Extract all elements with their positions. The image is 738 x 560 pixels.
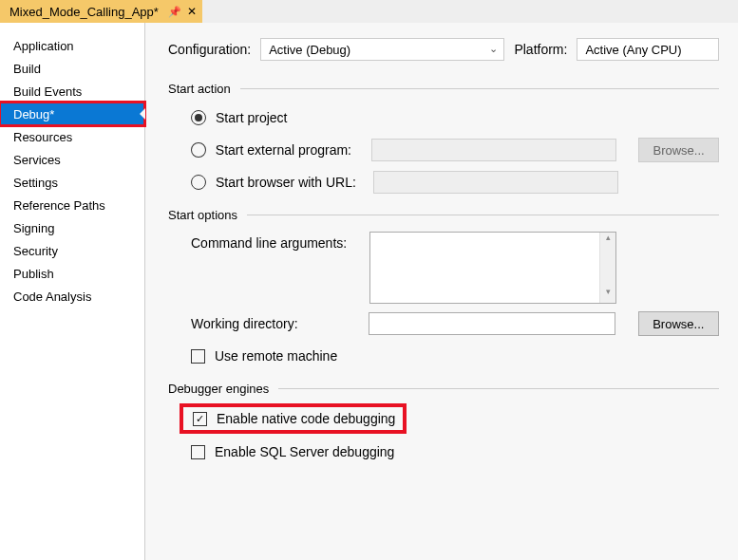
checkbox-enable-sql[interactable] — [191, 445, 205, 459]
radio-start-external[interactable] — [191, 142, 206, 158]
browse-workdir-button[interactable]: Browse... — [638, 311, 719, 336]
section-start-options: Start options — [168, 208, 719, 222]
sidebar-item-services[interactable]: Services — [0, 148, 144, 171]
configuration-label: Configuration: — [168, 42, 251, 57]
cmdline-row: Command line arguments: ▴ ▾ — [191, 232, 719, 304]
main-panel: Configuration: Active (Debug) ⌄ Platform… — [144, 23, 738, 560]
radio-start-project-row: Start project — [191, 105, 719, 130]
sidebar-item-signing[interactable]: Signing — [0, 216, 144, 239]
sidebar-item-build[interactable]: Build — [0, 57, 144, 80]
workdir-input[interactable] — [369, 312, 615, 335]
section-debugger-engines: Debugger engines — [168, 382, 719, 396]
radio-start-project[interactable] — [191, 110, 206, 125]
platform-dropdown[interactable]: Active (Any CPU) — [577, 38, 719, 61]
scroll-down-icon[interactable]: ▾ — [600, 287, 615, 303]
cmdline-input[interactable]: ▴ ▾ — [369, 232, 616, 304]
radio-start-project-label: Start project — [216, 110, 287, 125]
radio-start-browser-label: Start browser with URL: — [216, 175, 373, 190]
enable-sql-label: Enable SQL Server debugging — [215, 444, 394, 459]
highlight-enable-native: Enable native code debugging — [181, 405, 405, 432]
sidebar-item-code-analysis[interactable]: Code Analysis — [0, 285, 144, 308]
cmdline-label: Command line arguments: — [191, 232, 369, 251]
configuration-dropdown[interactable]: Active (Debug) ⌄ — [260, 38, 504, 61]
sidebar-item-reference-paths[interactable]: Reference Paths — [0, 194, 144, 216]
scrollbar[interactable]: ▴ ▾ — [599, 233, 615, 303]
sidebar: Application Build Build Events Debug* Re… — [0, 23, 144, 560]
sidebar-item-publish[interactable]: Publish — [0, 262, 144, 285]
use-remote-label: Use remote machine — [215, 348, 337, 364]
content-area: Application Build Build Events Debug* Re… — [0, 23, 738, 560]
radio-start-browser-row: Start browser with URL: — [191, 170, 719, 195]
radio-start-browser[interactable] — [191, 175, 206, 190]
browser-url-input[interactable] — [373, 171, 618, 194]
chevron-down-icon: ⌄ — [489, 43, 498, 55]
tab-title: Mixed_Mode_Calling_App* — [9, 5, 159, 19]
use-remote-row: Use remote machine — [191, 344, 719, 368]
platform-label: Platform: — [514, 42, 567, 57]
checkbox-enable-native[interactable] — [193, 412, 207, 426]
sidebar-item-resources[interactable]: Resources — [0, 125, 144, 148]
workdir-label: Working directory: — [191, 316, 369, 331]
browse-external-button[interactable]: Browse... — [638, 138, 719, 162]
sidebar-item-application[interactable]: Application — [0, 34, 144, 57]
radio-start-external-row: Start external program: Browse... — [191, 138, 719, 162]
enable-sql-row: Enable SQL Server debugging — [191, 439, 719, 464]
config-row: Configuration: Active (Debug) ⌄ Platform… — [168, 38, 719, 61]
pin-icon[interactable]: 📌 — [168, 6, 181, 18]
sidebar-item-security[interactable]: Security — [0, 239, 144, 262]
close-icon[interactable]: ✕ — [187, 5, 197, 18]
scroll-up-icon[interactable]: ▴ — [600, 233, 615, 249]
sidebar-item-build-events[interactable]: Build Events — [0, 80, 144, 103]
document-tab[interactable]: Mixed_Mode_Calling_App* 📌 ✕ — [0, 0, 202, 23]
sidebar-item-settings[interactable]: Settings — [0, 171, 144, 194]
workdir-row: Working directory: Browse... — [191, 311, 719, 336]
enable-native-label: Enable native code debugging — [217, 411, 395, 426]
checkbox-use-remote[interactable] — [191, 349, 205, 364]
external-program-input[interactable] — [371, 139, 616, 161]
section-start-action: Start action — [168, 82, 719, 96]
sidebar-item-debug[interactable]: Debug* — [0, 103, 144, 125]
radio-start-external-label: Start external program: — [216, 142, 371, 158]
enable-native-row: Enable native code debugging — [193, 411, 395, 426]
tab-bar: Mixed_Mode_Calling_App* 📌 ✕ — [0, 0, 738, 23]
